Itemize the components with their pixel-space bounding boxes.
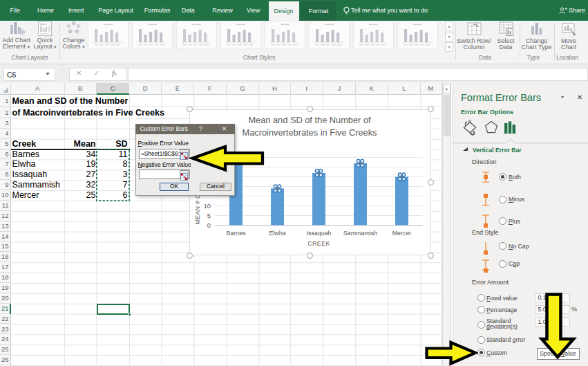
svg-text:Sammamish: Sammamish (343, 229, 377, 236)
svg-text:Elwha: Elwha (269, 229, 285, 236)
svg-text:Macroinvertebrates in Five Cre: Macroinvertebrates in Five Creeks (243, 127, 377, 137)
svg-text:Barnes: Barnes (226, 229, 246, 236)
svg-text:10: 10 (204, 202, 211, 209)
svg-text:0: 0 (207, 221, 211, 228)
svg-text:Issaquah: Issaquah (306, 229, 331, 236)
svg-text:Mean and SD of the Number of: Mean and SD of the Number of (248, 114, 371, 125)
svg-text:CREEK: CREEK (307, 239, 330, 246)
svg-text:Mercer: Mercer (392, 229, 412, 236)
svg-text:5: 5 (207, 212, 211, 219)
